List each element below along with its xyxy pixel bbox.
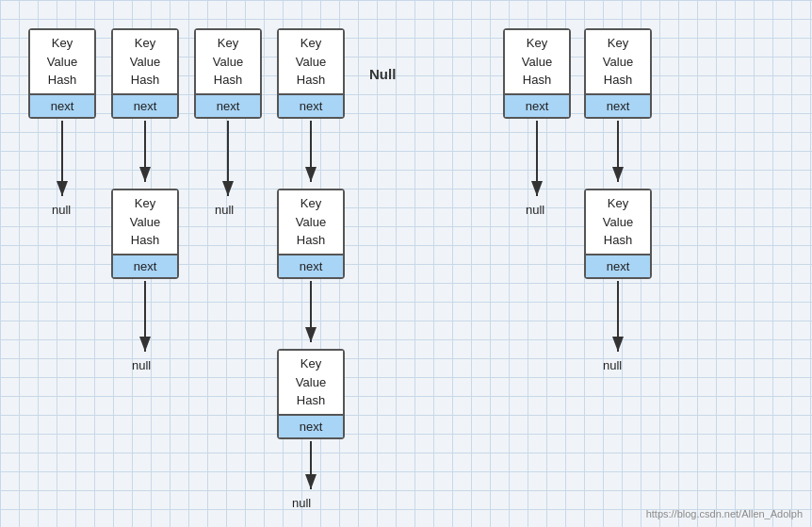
node-1-body: KeyValueHash	[30, 30, 94, 93]
node-7b-body: KeyValueHash	[586, 190, 650, 254]
null-1: null	[52, 203, 71, 217]
node-4b: KeyValueHash next	[277, 189, 345, 279]
node-6: KeyValueHash next	[503, 28, 571, 119]
watermark: https://blog.csdn.net/Allen_Adolph	[646, 508, 803, 519]
node-2-body: KeyValueHash	[113, 30, 177, 93]
node-3-next: next	[196, 93, 260, 117]
node-4: KeyValueHash next	[277, 28, 345, 119]
node-7b-next: next	[586, 254, 650, 277]
null-6: null	[526, 203, 544, 217]
node-2b-next: next	[113, 254, 177, 277]
null-2b: null	[132, 358, 151, 372]
node-4c-next: next	[279, 414, 343, 437]
node-7-next: next	[586, 93, 650, 117]
node-7: KeyValueHash next	[584, 28, 652, 119]
node-2: KeyValueHash next	[111, 28, 179, 119]
null-3: null	[215, 203, 234, 217]
node-2b: KeyValueHash next	[111, 189, 179, 279]
node-6-body: KeyValueHash	[505, 30, 569, 93]
node-1-next: next	[30, 93, 94, 117]
null-label-center: Null	[369, 66, 396, 82]
null-7b: null	[603, 358, 622, 372]
node-3-body: KeyValueHash	[196, 30, 260, 93]
node-4-next: next	[279, 93, 343, 117]
node-2b-body: KeyValueHash	[113, 190, 177, 254]
node-4b-next: next	[279, 254, 343, 277]
node-7b: KeyValueHash next	[584, 189, 652, 279]
node-6-next: next	[505, 93, 569, 117]
node-4-body: KeyValueHash	[279, 30, 343, 93]
node-4c: KeyValueHash next	[277, 349, 345, 439]
node-3: KeyValueHash next	[194, 28, 262, 119]
node-4b-body: KeyValueHash	[279, 190, 343, 254]
null-4c: null	[292, 496, 311, 510]
node-1: KeyValueHash next	[28, 28, 96, 119]
node-7-body: KeyValueHash	[586, 30, 650, 93]
node-4c-body: KeyValueHash	[279, 351, 343, 414]
node-2-next: next	[113, 93, 177, 117]
